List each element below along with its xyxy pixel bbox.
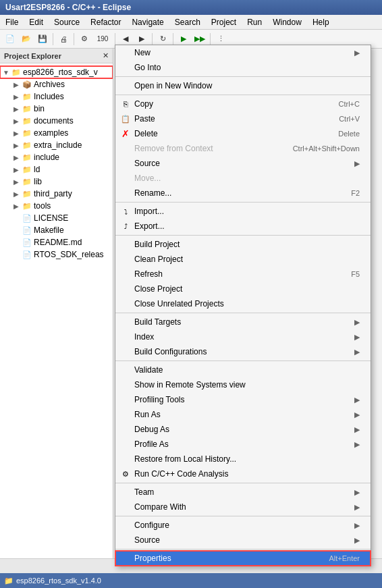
- tools-label: tools: [34, 201, 51, 211]
- cm-new-label: New: [134, 48, 151, 57]
- tree-includes[interactable]: ▶ 📁 Includes: [0, 90, 113, 103]
- cm-source2-label: Source: [134, 535, 160, 545]
- cm-paste-shortcut: Ctrl+V: [339, 115, 360, 123]
- cm-profiling-tools[interactable]: Profiling Tools ▶: [115, 392, 371, 407]
- cm-sep1: [115, 76, 371, 77]
- cm-debug-as-label: Debug As: [134, 425, 169, 434]
- cm-build-targets-arrow: ▶: [354, 318, 360, 326]
- cm-team[interactable]: Team ▶: [115, 485, 371, 500]
- cm-close-unrelated[interactable]: Close Unrelated Projects: [115, 296, 371, 311]
- cm-go-into[interactable]: Go Into: [115, 60, 371, 75]
- tree-ld[interactable]: ▶ 📁 ld: [0, 163, 113, 176]
- tree-tools[interactable]: ▶ 📁 tools: [0, 200, 113, 212]
- cm-run-as[interactable]: Run As ▶: [115, 407, 371, 422]
- menu-run[interactable]: Run: [242, 16, 267, 28]
- cm-run-as-label: Run As: [134, 410, 161, 419]
- menu-navigate[interactable]: Navigate: [126, 16, 169, 28]
- toolbar-190[interactable]: 190: [93, 32, 112, 47]
- toolbar-save[interactable]: 💾: [35, 32, 50, 47]
- cm-source2-arrow: ▶: [354, 536, 360, 544]
- tree-readme[interactable]: 📄 README.md: [0, 236, 113, 248]
- menu-refactor[interactable]: Refactor: [85, 16, 126, 28]
- cm-source[interactable]: Source ▶: [115, 156, 371, 171]
- menu-edit[interactable]: Edit: [24, 16, 49, 28]
- tree-lib[interactable]: ▶ 📁 lib: [0, 176, 113, 188]
- cm-build-project[interactable]: Build Project: [115, 237, 371, 252]
- cm-remove-context-label: Remove from Context: [134, 144, 213, 153]
- cm-configure[interactable]: Configure ▶: [115, 518, 371, 533]
- project-explorer: Project Explorer ✕ ▼ 📁 esp8266_rtos_sdk_…: [0, 49, 113, 558]
- cm-index-label: Index: [134, 332, 154, 342]
- cm-run-analysis[interactable]: ⚙ Run C/C++ Code Analysis: [115, 466, 371, 481]
- cm-debug-as[interactable]: Debug As ▶: [115, 422, 371, 437]
- menu-window[interactable]: Window: [267, 16, 307, 28]
- panel-header: Project Explorer ✕: [0, 49, 113, 63]
- cm-profile-as[interactable]: Profile As ▶: [115, 437, 371, 452]
- bottom-project: 📁 esp8266_rtos_sdk_v1.4.0: [4, 577, 101, 585]
- cm-close-project[interactable]: Close Project: [115, 282, 371, 296]
- cm-build-configs-arrow: ▶: [354, 348, 360, 356]
- tree-makefile[interactable]: 📄 Makefile: [0, 224, 113, 236]
- cm-copy[interactable]: ⎘ Copy Ctrl+C: [115, 97, 371, 111]
- readme-label: README.md: [34, 238, 82, 247]
- cm-source2[interactable]: Source ▶: [115, 533, 371, 547]
- license-label: LICENSE: [34, 213, 68, 223]
- cm-build-configs[interactable]: Build Configurations ▶: [115, 344, 371, 359]
- cm-refresh[interactable]: Refresh F5: [115, 267, 371, 282]
- project-arrow: ▼: [3, 69, 11, 76]
- menu-help[interactable]: Help: [307, 16, 335, 28]
- context-menu[interactable]: New ▶ Go Into Open in New Window ⎘ Copy …: [115, 45, 371, 566]
- cm-profiling-tools-arrow: ▶: [354, 396, 360, 404]
- menu-source[interactable]: Source: [49, 16, 85, 28]
- cm-rename-label: Rename...: [134, 188, 171, 198]
- cm-show-remote[interactable]: Show in Remote Systems view: [115, 377, 371, 392]
- toolbar-sep6: [210, 33, 211, 45]
- cm-validate[interactable]: Validate: [115, 363, 371, 377]
- tree-project-root[interactable]: ▼ 📁 esp8266_rtos_sdk_v: [0, 66, 113, 78]
- include-icon: 📁: [22, 152, 32, 163]
- cm-build-configs-label: Build Configurations: [134, 347, 207, 356]
- tree-rtos-sdk[interactable]: 📄 RTOS_SDK_releas: [0, 248, 113, 261]
- toolbar-print[interactable]: 🖨: [56, 32, 71, 47]
- bin-icon: 📁: [22, 103, 32, 114]
- menu-search[interactable]: Search: [169, 16, 206, 28]
- cm-compare-with[interactable]: Compare With ▶: [115, 500, 371, 514]
- cm-restore-history[interactable]: Restore from Local History...: [115, 452, 371, 466]
- extra-include-arrow: ▶: [13, 142, 22, 149]
- cm-clean-project[interactable]: Clean Project: [115, 252, 371, 267]
- toolbar-open[interactable]: 📂: [19, 32, 34, 47]
- tree-include[interactable]: ▶ 📁 include: [0, 151, 113, 163]
- tree-third-party[interactable]: ▶ 📁 third_party: [0, 188, 113, 200]
- cm-properties-shortcut: Alt+Enter: [329, 554, 360, 562]
- cm-rename[interactable]: Rename... F2: [115, 186, 371, 201]
- cm-import[interactable]: ⤵ Import...: [115, 204, 371, 219]
- cm-paste[interactable]: 📋 Paste Ctrl+V: [115, 111, 371, 126]
- cm-delete[interactable]: ✗ Delete Delete: [115, 126, 371, 141]
- cm-run-as-arrow: ▶: [354, 410, 360, 419]
- tree-extra-include[interactable]: ▶ 📁 extra_include: [0, 139, 113, 151]
- panel-close[interactable]: ✕: [103, 51, 109, 60]
- cm-sep5: [115, 313, 371, 313]
- cm-open-window-label: Open in New Window: [134, 81, 212, 90]
- tree-license[interactable]: 📄 LICENSE: [0, 212, 113, 224]
- cm-build-targets[interactable]: Build Targets ▶: [115, 315, 371, 329]
- tree-bin[interactable]: ▶ 📁 bin: [0, 103, 113, 115]
- project-name: esp8266_rtos_sdk_v: [23, 68, 98, 77]
- toolbar-new[interactable]: 📄: [3, 32, 18, 47]
- cm-index-arrow: ▶: [354, 333, 360, 341]
- bottom-status-bar: 📁 esp8266_rtos_sdk_v1.4.0: [0, 573, 382, 588]
- menu-project[interactable]: Project: [206, 16, 242, 28]
- tree-archives[interactable]: ▶ 📦 Archives: [0, 78, 113, 90]
- cm-index[interactable]: Index ▶: [115, 329, 371, 344]
- analysis-icon: ⚙: [119, 468, 132, 480]
- cm-open-window[interactable]: Open in New Window: [115, 78, 371, 93]
- cm-source-arrow: ▶: [354, 159, 360, 167]
- cm-properties[interactable]: Properties Alt+Enter: [115, 551, 371, 566]
- project-icon: 📁: [11, 67, 22, 78]
- tree-examples[interactable]: ▶ 📁 examples: [0, 127, 113, 139]
- toolbar-props[interactable]: ⚙: [77, 32, 92, 47]
- cm-new[interactable]: New ▶: [115, 45, 371, 60]
- menu-file[interactable]: File: [0, 16, 24, 28]
- tree-documents[interactable]: ▶ 📁 documents: [0, 115, 113, 127]
- cm-export[interactable]: ⤴ Export...: [115, 219, 371, 234]
